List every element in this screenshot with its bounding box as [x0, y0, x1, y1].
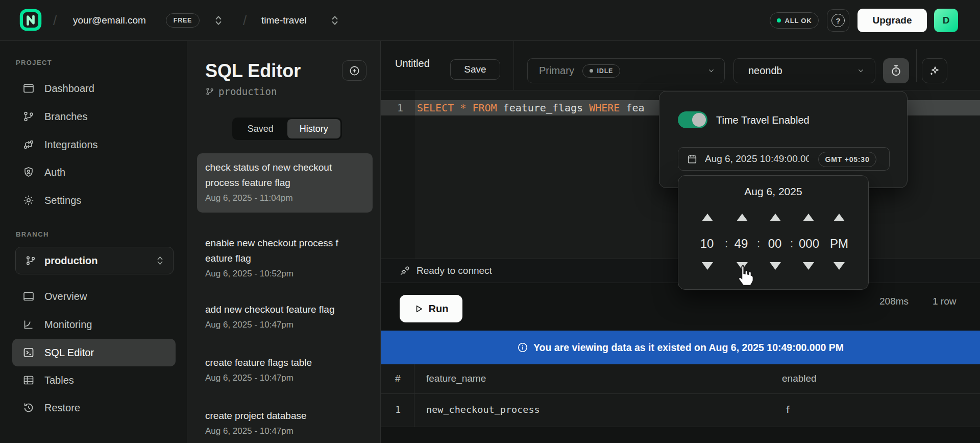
sidebar-item-monitoring[interactable]: Monitoring [12, 311, 176, 338]
results-column-divider [414, 364, 414, 427]
history-item[interactable]: add new checkout feature flag Aug 6, 202… [197, 295, 373, 337]
sql-token [466, 102, 472, 114]
account-email[interactable]: your@email.com [73, 15, 146, 26]
plug-icon [399, 265, 410, 276]
sidebar-section-branch: BRANCH [16, 230, 49, 238]
results-column-header: feature_name [426, 373, 486, 384]
branch-selector[interactable]: production [15, 247, 174, 274]
system-status-badge[interactable]: ALL OK [770, 12, 819, 29]
run-button[interactable]: Run [400, 295, 462, 322]
toggle-knob [692, 113, 706, 127]
sql-token: WHERE [589, 102, 620, 114]
sidebar-item-integrations[interactable]: Integrations [12, 131, 176, 158]
run-button-label: Run [429, 303, 449, 315]
sidebar-section-project: PROJECT [16, 59, 52, 66]
git-branch-icon [205, 87, 214, 96]
hour-up-button[interactable] [702, 214, 713, 221]
millisecond-up-button[interactable] [803, 214, 814, 221]
connection-status-text: Ready to connect [416, 265, 492, 276]
history-item-title-line2: eature flag [205, 251, 364, 266]
account-switcher-chevrons-icon[interactable] [214, 15, 223, 26]
minute-value: 49 [734, 236, 748, 251]
history-item-date: Aug 6, 2025 - 10:52pm [205, 267, 364, 281]
top-bar: / your@email.com FREE / time-travel ALL … [0, 0, 980, 41]
sparkles-icon [928, 65, 941, 77]
neon-logo[interactable] [19, 9, 42, 31]
editor-gutter [381, 90, 415, 259]
sidebar-item-auth[interactable]: Auth [12, 158, 176, 186]
millisecond-value: 000 [799, 236, 819, 251]
results-cell-index: 1 [395, 404, 401, 415]
compute-status-badge: IDLE [582, 64, 620, 78]
second-value: 00 [768, 236, 782, 251]
sidebar-item-branches[interactable]: Branches [12, 103, 176, 130]
run-row: Run 208ms 1 row [381, 283, 980, 331]
breadcrumb-separator: / [53, 13, 57, 29]
project-switcher-chevrons-icon[interactable] [331, 15, 339, 26]
upgrade-button[interactable]: Upgrade [857, 9, 927, 32]
sidebar-item-label: Monitoring [44, 319, 92, 331]
project-name[interactable]: time-travel [261, 15, 307, 26]
second-down-button[interactable] [770, 262, 781, 270]
history-item-date: Aug 6, 2025 - 11:04pm [205, 192, 364, 205]
meridiem-down-button[interactable] [834, 262, 845, 270]
question-icon: ? [831, 14, 845, 27]
sidebar-item-dashboard[interactable]: Dashboard [12, 75, 176, 102]
results-row[interactable]: 1 new_checkout_process f [381, 394, 980, 427]
time-separator: : [757, 236, 760, 251]
sql-token: fea [620, 102, 644, 114]
ai-assist-button[interactable] [922, 58, 947, 83]
sql-token [454, 102, 460, 114]
hour-down-button[interactable] [702, 262, 713, 270]
results-header-row: # feature_name enabled [381, 364, 980, 394]
history-item[interactable]: create feature flags table Aug 6, 2025 -… [197, 348, 373, 390]
history-item-date: Aug 6, 2025 - 10:47pm [205, 425, 364, 438]
calendar-icon [687, 153, 698, 165]
code-line[interactable]: SELECT * FROM feature_flags WHERE fea [417, 100, 645, 115]
history-item-title: add new checkout feature flag [205, 302, 364, 317]
datetime-field[interactable]: Aug 6, 2025 10:49:00.000 GMT +05:30 [678, 147, 890, 171]
sidebar-item-label: Auth [44, 167, 65, 178]
chevron-down-icon [857, 67, 865, 75]
sidebar-item-restore[interactable]: Restore [12, 394, 176, 422]
sidebar-item-settings[interactable]: Settings [12, 186, 176, 214]
picker-date-title: Aug 6, 2025 [678, 185, 868, 198]
results-cell-feature-name: new_checkout_process [426, 404, 540, 415]
chart-line-icon [22, 318, 35, 331]
time-travel-button[interactable] [883, 58, 909, 83]
time-travel-toggle[interactable] [678, 111, 707, 128]
tab-saved[interactable]: Saved [234, 119, 287, 138]
sidebar-item-sql-editor[interactable]: SQL Editor [12, 339, 176, 366]
time-separator: : [725, 236, 728, 251]
history-item-title: check status of new checkout [205, 160, 364, 175]
sidebar-item-tables[interactable]: Tables [12, 366, 176, 394]
restore-clock-icon [22, 402, 35, 414]
sql-token: FROM [472, 102, 497, 114]
line-number: 1 [381, 100, 403, 115]
history-item[interactable]: check status of new checkout process fea… [197, 153, 373, 213]
sidebar-item-label: Tables [44, 375, 74, 386]
auth-shield-icon [22, 166, 35, 178]
query-tab-title: Untitled [395, 58, 430, 69]
tab-history[interactable]: History [287, 119, 341, 138]
mouse-cursor-icon [735, 264, 754, 286]
history-item-title-line2: process feature flag [205, 175, 364, 191]
avatar[interactable]: D [934, 9, 958, 32]
meridiem-up-button[interactable] [834, 214, 845, 221]
sidebar-item-overview[interactable]: Overview [12, 283, 176, 310]
history-item[interactable]: create project database Aug 6, 2025 - 10… [197, 402, 373, 443]
save-button[interactable]: Save [450, 59, 500, 80]
new-query-button[interactable] [342, 60, 366, 81]
second-up-button[interactable] [770, 214, 781, 221]
compute-selector[interactable]: Primary IDLE [527, 58, 725, 83]
database-selector[interactable]: neondb [733, 58, 875, 83]
millisecond-down-button[interactable] [803, 262, 814, 270]
integrations-icon [22, 138, 35, 151]
help-button[interactable]: ? [827, 9, 849, 32]
stopwatch-icon [890, 64, 902, 77]
timezone-badge: GMT +05:30 [818, 152, 876, 167]
sidebar-item-label: Overview [44, 291, 87, 302]
minute-up-button[interactable] [737, 214, 748, 221]
compute-status-label: IDLE [597, 67, 614, 75]
history-item[interactable]: enable new checkout process f eature fla… [197, 229, 373, 285]
